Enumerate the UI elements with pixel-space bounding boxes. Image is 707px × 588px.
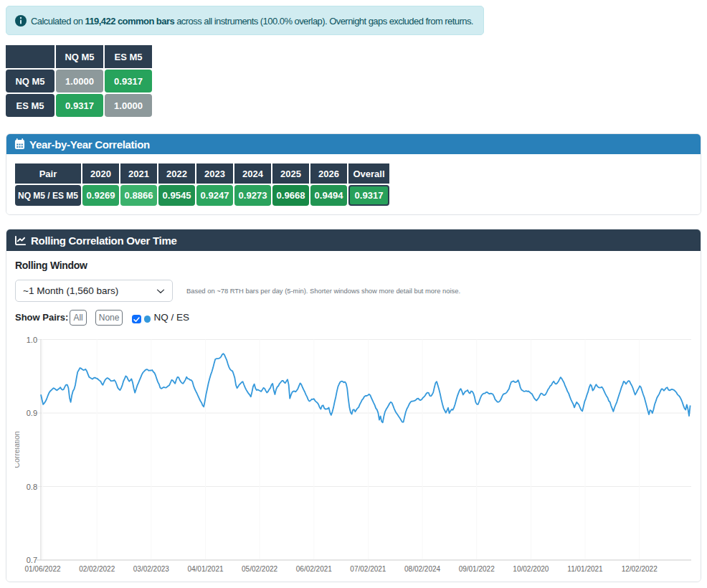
svg-text:05/02/2022: 05/02/2022 (242, 565, 277, 573)
svg-text:11/01/2021: 11/01/2021 (567, 565, 603, 573)
svg-text:0.8: 0.8 (27, 483, 37, 491)
svg-text:02/02/2022: 02/02/2022 (79, 565, 115, 573)
svg-text:07/02/2021: 07/02/2021 (350, 565, 386, 573)
svg-text:06/02/2021: 06/02/2021 (296, 565, 332, 573)
svg-text:09/01/2022: 09/01/2022 (459, 565, 495, 573)
svg-text:10/02/2020: 10/02/2020 (513, 565, 549, 573)
svg-text:Correlation: Correlation (15, 431, 21, 468)
svg-text:03/02/2023: 03/02/2023 (133, 565, 169, 573)
svg-text:01/06/2022: 01/06/2022 (24, 565, 60, 573)
svg-text:0.9: 0.9 (27, 409, 37, 417)
svg-text:08/02/2024: 08/02/2024 (404, 565, 440, 573)
svg-text:12/02/2022: 12/02/2022 (622, 565, 658, 573)
svg-text:0.7: 0.7 (27, 556, 37, 564)
svg-text:1.0: 1.0 (27, 336, 37, 344)
svg-text:04/01/2021: 04/01/2021 (187, 565, 223, 573)
